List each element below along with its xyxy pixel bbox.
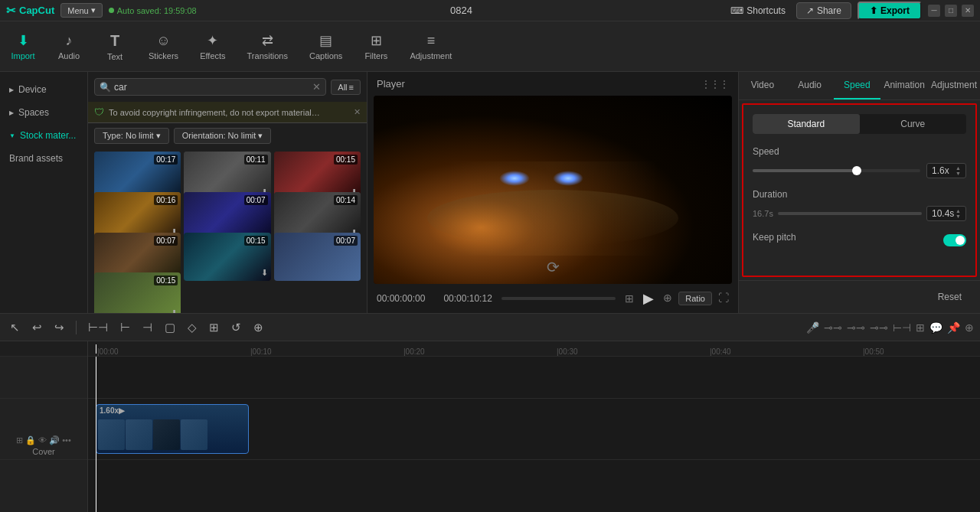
- tool-stickers[interactable]: ☺ Stickers: [138, 21, 189, 71]
- split-link-icon[interactable]: ⊸⊸: [870, 321, 888, 334]
- tool-adjustment[interactable]: ≡ Adjustment: [399, 21, 462, 71]
- tool-captions[interactable]: ▤ Captions: [299, 21, 353, 71]
- fit-icon[interactable]: ⊢⊣: [893, 321, 911, 334]
- ruler-mark-1: |00:10: [249, 341, 272, 356]
- tool-import[interactable]: ⬇ Import: [0, 21, 46, 71]
- tab-adjustment[interactable]: Adjustment: [928, 72, 980, 99]
- video-clip[interactable]: 1.60x▶: [96, 404, 249, 454]
- play-button[interactable]: ▶: [643, 290, 654, 307]
- track-add-icon[interactable]: ⊞: [16, 435, 23, 445]
- duration-increment[interactable]: ▲: [956, 208, 961, 214]
- video-track-row: 1.60x▶: [88, 399, 980, 460]
- speed-mode-curve[interactable]: Curve: [860, 114, 967, 134]
- player-controls: 00:00:00:00 00:00:10:12 ⊞ ▶ ⊕ Ratio ⛶: [368, 284, 738, 313]
- playhead-ruler-line: [96, 344, 96, 354]
- keep-pitch-toggle[interactable]: [943, 234, 966, 246]
- type-filter-button[interactable]: Type: No limit ▾: [94, 128, 169, 144]
- player-viewport: ⟳: [374, 96, 732, 284]
- tab-animation[interactable]: Animation: [880, 72, 928, 99]
- mic-icon[interactable]: 🎤: [806, 321, 819, 334]
- track-side-icons: ⊞ 🔒 👁 🔊 •••: [16, 435, 71, 445]
- duration-value-input[interactable]: 10.4s ▲ ▼: [926, 206, 966, 221]
- orientation-filter-button[interactable]: Orientation: No limit ▾: [174, 128, 272, 144]
- nav-spaces[interactable]: ▶ Spaces: [0, 101, 87, 124]
- menu-button[interactable]: Menu ▾: [60, 3, 103, 18]
- mirror-tool[interactable]: ⊕: [250, 318, 267, 337]
- all-filter-button[interactable]: All ≡: [331, 80, 361, 95]
- tab-audio[interactable]: Audio: [786, 72, 834, 99]
- split-tool[interactable]: ⊢⊣: [84, 318, 112, 337]
- zoom-icon[interactable]: ⊕: [965, 321, 974, 334]
- tool-text[interactable]: T Text: [92, 21, 138, 71]
- minimize-button[interactable]: ─: [928, 5, 940, 17]
- tool-filters[interactable]: ⊞ Filters: [353, 21, 399, 71]
- track-lock-icon[interactable]: 🔒: [25, 435, 36, 445]
- maximize-button[interactable]: □: [945, 5, 957, 17]
- duration-decrement[interactable]: ▼: [956, 214, 961, 219]
- tab-speed[interactable]: Speed: [834, 72, 881, 99]
- search-icon: 🔍: [100, 82, 111, 93]
- speed-increment[interactable]: ▲: [956, 165, 961, 171]
- media-thumb-9[interactable]: 00:07: [274, 233, 361, 282]
- duration-slider[interactable]: [778, 212, 922, 215]
- rotate-tool[interactable]: ↺: [227, 318, 245, 337]
- crop-tool[interactable]: ⊞: [205, 318, 223, 337]
- audio-link-icon[interactable]: ⊸⊸: [847, 321, 865, 334]
- export-button[interactable]: ⬆ Export: [858, 2, 922, 20]
- target-icon[interactable]: ⊕: [663, 292, 672, 305]
- notice-close-button[interactable]: ✕: [354, 107, 361, 117]
- media-thumb-10[interactable]: 00:15 ⬇: [94, 272, 181, 313]
- speed-icon[interactable]: ⊸⊸: [824, 321, 842, 334]
- redo-button[interactable]: ↪: [51, 318, 68, 337]
- player-ctrl-icons: ⊞: [625, 292, 634, 305]
- tool-audio[interactable]: ♪ Audio: [46, 21, 92, 71]
- download-icon-10[interactable]: ⬇: [171, 308, 178, 313]
- search-clear-button[interactable]: ✕: [312, 81, 321, 93]
- track-eye-icon[interactable]: 👁: [38, 435, 47, 445]
- adjustment-icon: ≡: [427, 33, 436, 49]
- transitions-icon: ⇄: [262, 32, 273, 49]
- delete-tool[interactable]: ▢: [161, 318, 179, 337]
- track-speaker-icon[interactable]: 🔊: [49, 435, 60, 445]
- grid-view-icon[interactable]: ⊞: [625, 292, 634, 305]
- player-header: Player ⋮⋮⋮: [368, 72, 738, 96]
- download-icon-8[interactable]: ⬇: [261, 268, 268, 278]
- fullscreen-icon[interactable]: ⛶: [718, 292, 729, 305]
- speed-value-input[interactable]: 1.6x ▲ ▼: [926, 163, 966, 178]
- nav-stock[interactable]: ▼ Stock mater...: [0, 124, 87, 147]
- freeze-tool[interactable]: ◇: [184, 318, 201, 337]
- auto-saved-status: Auto saved: 19:59:08: [109, 6, 197, 15]
- timeline-track-area: |00:00 |00:10 |00:20 |00:30 |00:40 |00:5…: [88, 341, 980, 512]
- mini-timeline[interactable]: [501, 297, 616, 300]
- thumb-duration-2: 00:11: [244, 155, 268, 165]
- media-thumb-8[interactable]: 00:15 ⬇: [184, 233, 270, 282]
- nav-brand[interactable]: Brand assets: [0, 147, 87, 170]
- copy-icon[interactable]: ⊞: [916, 321, 925, 334]
- pin-icon[interactable]: 📌: [947, 321, 960, 334]
- tab-video[interactable]: Video: [739, 72, 786, 99]
- search-input[interactable]: [114, 82, 309, 93]
- reset-button[interactable]: Reset: [929, 289, 971, 305]
- share-button[interactable]: ↗ Share: [796, 2, 851, 19]
- track-more-icon[interactable]: •••: [62, 435, 71, 445]
- undo-button[interactable]: ↩: [28, 318, 46, 337]
- tool-effects[interactable]: ✦ Effects: [189, 21, 236, 71]
- close-button[interactable]: ✕: [962, 5, 974, 17]
- nav-device[interactable]: ▶ Device: [0, 78, 87, 101]
- top-bar-left: ✂ CapCut Menu ▾ Auto saved: 19:59:08: [6, 3, 197, 18]
- comment-icon[interactable]: 💬: [929, 321, 942, 334]
- shortcuts-button[interactable]: ⌨ Shortcuts: [726, 4, 790, 18]
- speed-decrement[interactable]: ▼: [956, 171, 961, 176]
- cut-end-tool[interactable]: ⊣: [139, 318, 156, 337]
- speed-slider[interactable]: [753, 169, 920, 172]
- copyright-notice: 🛡 To avoid copyright infringement, do no…: [88, 102, 367, 123]
- ratio-button[interactable]: Ratio: [678, 292, 712, 305]
- search-input-wrap[interactable]: 🔍 ✕: [94, 78, 326, 96]
- speed-mode-standard[interactable]: Standard: [753, 114, 860, 134]
- effects-icon: ✦: [207, 32, 218, 49]
- tool-transitions[interactable]: ⇄ Transitions: [237, 21, 299, 71]
- select-tool[interactable]: ↖: [6, 318, 24, 337]
- cut-start-tool[interactable]: ⊢: [116, 318, 134, 337]
- player-menu-icon[interactable]: ⋮⋮⋮: [701, 79, 729, 90]
- timeline-ruler: |00:00 |00:10 |00:20 |00:30 |00:40 |00:5…: [88, 341, 980, 357]
